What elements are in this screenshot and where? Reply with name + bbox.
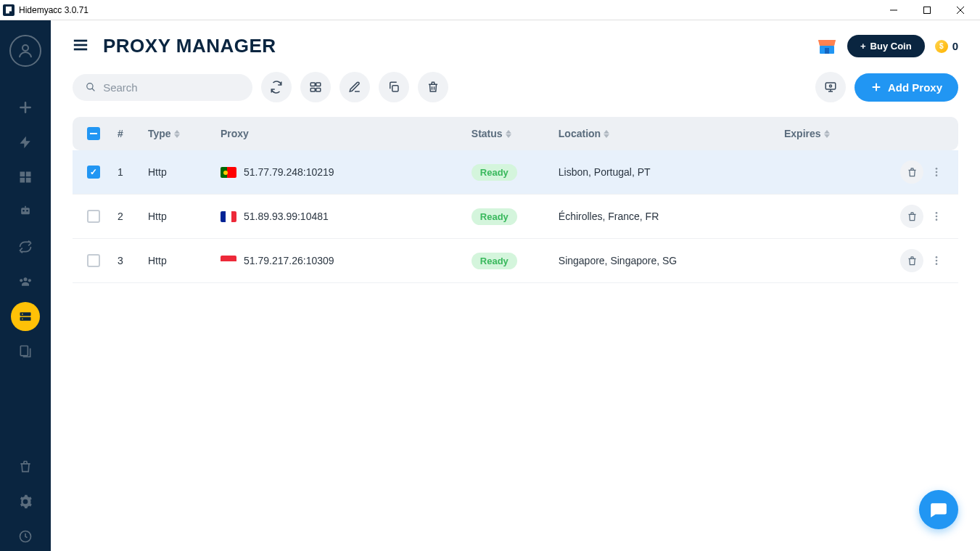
- sort-icon: [824, 130, 830, 138]
- proxy-table: # Type Proxy Status Location Expires 1Ht…: [73, 117, 958, 283]
- sidebar-settings-button[interactable]: [11, 487, 40, 516]
- copy-button[interactable]: [379, 72, 409, 102]
- svg-rect-34: [825, 83, 836, 89]
- svg-rect-24: [74, 48, 87, 50]
- display-settings-button[interactable]: [815, 72, 846, 102]
- refresh-button[interactable]: [261, 72, 292, 102]
- row-location: Échirolles, France, FR: [559, 211, 784, 222]
- column-header-num[interactable]: #: [118, 128, 148, 139]
- sidebar-apps-button[interactable]: [11, 337, 40, 366]
- window-title: Hidemyacc 3.0.71: [19, 5, 88, 15]
- search-box[interactable]: [73, 74, 252, 101]
- row-checkbox[interactable]: [87, 254, 100, 267]
- row-type: Http: [148, 255, 221, 266]
- buy-coin-label: Buy Coin: [870, 41, 912, 52]
- svg-rect-17: [20, 317, 31, 321]
- sidebar-profile-button[interactable]: [9, 35, 41, 67]
- coin-icon: $: [935, 40, 948, 53]
- sidebar: [0, 20, 51, 551]
- page-title: PROXY MANAGER: [103, 35, 276, 57]
- svg-rect-5: [20, 172, 25, 177]
- svg-point-19: [22, 319, 23, 320]
- column-header-type[interactable]: Type: [148, 128, 221, 139]
- svg-rect-20: [20, 346, 28, 356]
- sidebar-recycle-button[interactable]: [11, 452, 40, 481]
- hamburger-menu-button[interactable]: [73, 37, 88, 56]
- svg-rect-33: [392, 86, 398, 91]
- svg-point-18: [22, 314, 23, 315]
- svg-rect-29: [310, 83, 315, 86]
- svg-rect-30: [316, 83, 321, 86]
- edit-button[interactable]: [339, 72, 370, 102]
- buy-coin-button[interactable]: + Buy Coin: [847, 35, 925, 57]
- table-row[interactable]: 1Http51.77.79.248:10219ReadyLisbon, Port…: [73, 150, 958, 195]
- svg-rect-16: [20, 312, 31, 316]
- sidebar-sync-button[interactable]: [11, 232, 40, 261]
- sidebar-team-button[interactable]: [11, 267, 40, 296]
- delete-button[interactable]: [418, 72, 448, 102]
- svg-point-27: [87, 83, 93, 89]
- svg-point-11: [26, 210, 28, 212]
- row-checkbox[interactable]: [87, 210, 100, 223]
- sidebar-add-button[interactable]: [11, 93, 40, 122]
- table-row[interactable]: 3Http51.79.217.26:10309ReadySingapore, S…: [73, 239, 958, 283]
- app-icon: [3, 4, 15, 16]
- row-delete-button[interactable]: [900, 205, 923, 228]
- row-type: Http: [148, 166, 221, 178]
- svg-point-43: [936, 212, 938, 214]
- status-badge: Ready: [472, 208, 517, 225]
- sidebar-logout-button[interactable]: [11, 522, 40, 551]
- svg-point-42: [936, 174, 938, 176]
- svg-point-46: [936, 256, 938, 258]
- row-delete-button[interactable]: [900, 249, 923, 272]
- sidebar-quick-button[interactable]: [11, 128, 40, 157]
- row-delete-button[interactable]: [900, 160, 923, 184]
- table-row[interactable]: 2Http51.89.93.99:10481ReadyÉchirolles, F…: [73, 195, 958, 239]
- column-header-location[interactable]: Location: [559, 128, 784, 139]
- row-proxy: 51.79.217.26:10309: [221, 255, 472, 267]
- sidebar-dashboard-button[interactable]: [11, 163, 40, 192]
- svg-point-45: [936, 219, 938, 221]
- flag-icon: [221, 167, 236, 178]
- column-header-status[interactable]: Status: [472, 128, 559, 139]
- window-maximize-button[interactable]: [910, 0, 944, 20]
- row-proxy: 51.77.79.248:10219: [221, 166, 472, 179]
- svg-point-10: [22, 210, 25, 212]
- select-all-checkbox[interactable]: [87, 127, 100, 140]
- svg-rect-32: [316, 89, 321, 92]
- column-header-proxy[interactable]: Proxy: [221, 128, 472, 139]
- row-proxy: 51.89.93.99:10481: [221, 211, 472, 223]
- row-num: 2: [118, 211, 148, 222]
- svg-rect-31: [310, 89, 315, 92]
- svg-rect-26: [825, 48, 829, 54]
- window-close-button[interactable]: [944, 0, 977, 20]
- add-proxy-button[interactable]: Add Proxy: [855, 73, 958, 102]
- row-more-button[interactable]: [929, 160, 944, 184]
- row-more-button[interactable]: [929, 249, 944, 272]
- svg-rect-8: [26, 178, 31, 183]
- sidebar-proxy-button[interactable]: [11, 302, 40, 331]
- window-minimize-button[interactable]: [877, 0, 910, 20]
- row-more-button[interactable]: [929, 205, 944, 228]
- row-location: Lisbon, Portugal, PT: [559, 166, 784, 178]
- column-header-expires[interactable]: Expires: [784, 128, 886, 139]
- plus-icon: [870, 81, 882, 93]
- svg-point-47: [936, 260, 938, 262]
- chat-button[interactable]: [919, 490, 958, 529]
- svg-point-13: [24, 277, 28, 281]
- svg-point-40: [936, 168, 938, 170]
- check-proxy-button[interactable]: [300, 72, 331, 102]
- store-icon[interactable]: [817, 38, 837, 54]
- row-type: Http: [148, 211, 221, 222]
- sidebar-automation-button[interactable]: [11, 197, 40, 226]
- sort-icon: [604, 130, 609, 138]
- add-proxy-label: Add Proxy: [888, 81, 942, 94]
- svg-point-44: [936, 216, 938, 218]
- coin-balance-value: 0: [952, 40, 958, 52]
- row-num: 1: [118, 166, 148, 178]
- search-input[interactable]: [103, 81, 239, 94]
- row-checkbox[interactable]: [87, 166, 100, 179]
- window-titlebar: Hidemyacc 3.0.71: [0, 0, 980, 20]
- table-header: # Type Proxy Status Location Expires: [73, 117, 958, 150]
- svg-point-14: [20, 279, 22, 282]
